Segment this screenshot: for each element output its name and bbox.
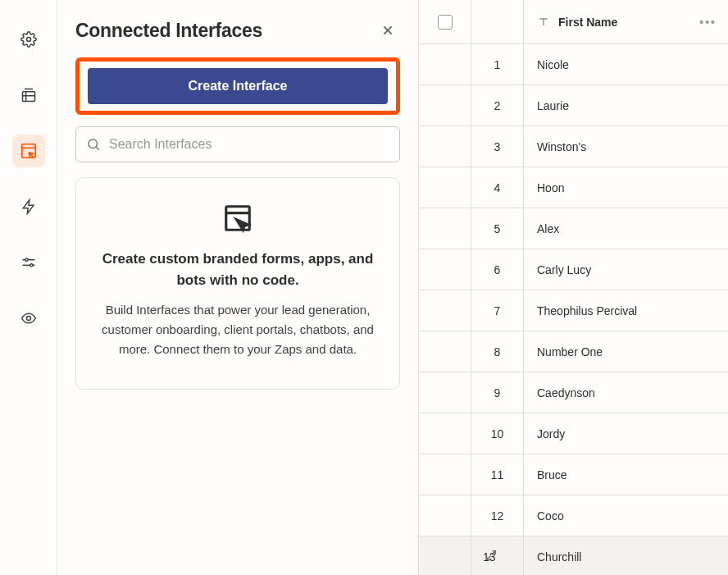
row-number: 10 [471, 413, 524, 454]
cell-first-name[interactable]: Churchill [524, 536, 728, 575]
cell-value: Number One [537, 345, 603, 358]
cell-value: Alex [537, 222, 559, 235]
row-number-header [471, 0, 524, 43]
text-type-icon [537, 16, 550, 29]
table-row[interactable]: 7Theophilus Percival [419, 290, 728, 331]
cell-first-name[interactable]: Jordy [524, 413, 728, 454]
row-number: 8 [471, 331, 524, 372]
sliders-icon [20, 254, 37, 271]
panel-header: Connected Interfaces [75, 18, 400, 43]
select-all-cell[interactable] [419, 0, 471, 43]
table-row[interactable]: 2Laurie [419, 85, 728, 126]
cell-value: Jordy [537, 427, 565, 440]
select-all-checkbox[interactable] [438, 15, 453, 30]
cell-first-name[interactable]: Number One [524, 331, 728, 372]
search-interfaces[interactable] [75, 126, 400, 162]
table-row[interactable]: 12Coco [419, 495, 728, 536]
row-gutter [419, 167, 471, 208]
table-row[interactable]: 11Bruce [419, 454, 728, 495]
svg-point-10 [89, 139, 98, 148]
row-gutter [419, 290, 471, 331]
table-row[interactable]: 10Jordy [419, 413, 728, 454]
svg-point-6 [30, 264, 32, 267]
table-row[interactable]: 9Caedynson [419, 372, 728, 413]
info-body: Build Interfaces that power your lead ge… [99, 300, 376, 359]
bolt-icon [20, 199, 37, 215]
left-rail [0, 0, 57, 575]
create-interface-button[interactable]: Create Interface [88, 68, 388, 104]
cell-value: Theophilus Percival [537, 304, 637, 317]
interfaces-icon [20, 142, 38, 160]
row-number: 3 [471, 126, 524, 167]
rail-interfaces[interactable] [12, 135, 45, 167]
cell-first-name[interactable]: Nicole [524, 44, 728, 84]
cell-value: Coco [537, 509, 564, 523]
cell-value: Churchill [537, 550, 581, 564]
eye-icon [20, 310, 37, 326]
svg-line-11 [96, 147, 99, 150]
cell-first-name[interactable]: Hoon [524, 167, 728, 208]
row-number: 11 [471, 454, 524, 495]
table-row[interactable]: 8Number One [419, 331, 728, 372]
row-gutter [419, 126, 471, 167]
rail-filters[interactable] [12, 246, 45, 279]
tables-icon [20, 87, 37, 103]
row-number: 6 [471, 249, 524, 290]
cell-first-name[interactable]: Alex [524, 208, 728, 249]
row-gutter [419, 85, 471, 125]
cell-value: Nicole [537, 58, 569, 71]
cell-first-name[interactable]: Winston's [524, 126, 728, 167]
cell-first-name[interactable]: Theophilus Percival [524, 290, 728, 331]
rail-settings[interactable] [12, 23, 45, 56]
rail-tables[interactable] [12, 79, 45, 112]
close-icon [381, 24, 394, 37]
cell-value: Bruce [537, 468, 567, 481]
row-gutter [419, 454, 471, 495]
row-gutter [419, 331, 471, 372]
row-gutter [419, 208, 471, 249]
cell-value: Hoon [537, 181, 564, 194]
table-row[interactable]: 6Carly Lucy [419, 249, 728, 290]
interfaces-hero-icon [99, 203, 376, 234]
search-icon [86, 137, 101, 152]
table-row[interactable]: 4Hoon [419, 167, 728, 208]
table-row[interactable]: 3Winston's [419, 126, 728, 167]
svg-point-5 [25, 258, 27, 261]
cell-first-name[interactable]: Bruce [524, 454, 728, 495]
column-header-first-name[interactable]: First Name ••• [524, 0, 728, 43]
rail-automations[interactable] [12, 190, 45, 223]
data-table: First Name ••• 1Nicole2Laurie3Winston's4… [418, 0, 728, 575]
close-button[interactable] [375, 18, 400, 43]
create-highlight-box: Create Interface [75, 57, 400, 115]
cell-first-name[interactable]: Caedynson [524, 372, 728, 413]
table-row[interactable]: 1Nicole [419, 44, 728, 85]
table-body: 1Nicole2Laurie3Winston's4Hoon5Alex6Carly… [419, 44, 728, 575]
svg-point-0 [26, 38, 30, 42]
row-gutter [419, 495, 471, 536]
cell-value: Laurie [537, 99, 569, 112]
row-number: 4 [471, 167, 524, 208]
column-menu-button[interactable]: ••• [699, 16, 717, 29]
table-row[interactable]: 13Churchill [419, 536, 728, 575]
row-gutter [419, 413, 471, 454]
row-number: 12 [471, 495, 524, 536]
row-number: 5 [471, 208, 524, 249]
row-number: 7 [471, 290, 524, 331]
row-number: 2 [471, 85, 524, 125]
cell-first-name[interactable]: Carly Lucy [524, 249, 728, 290]
row-gutter [419, 536, 471, 575]
panel-title: Connected Interfaces [75, 20, 262, 42]
cell-value: Carly Lucy [537, 263, 591, 276]
cell-first-name[interactable]: Laurie [524, 85, 728, 125]
row-number: 1 [471, 44, 524, 84]
row-number: 13 [471, 536, 524, 575]
table-row[interactable]: 5Alex [419, 208, 728, 249]
search-input[interactable] [109, 137, 389, 152]
info-heading: Create custom branded forms, apps, and b… [99, 249, 376, 290]
rail-views[interactable] [12, 302, 45, 335]
interfaces-panel: Connected Interfaces Create Interface Cr… [57, 0, 418, 575]
row-gutter [419, 44, 471, 84]
row-number: 9 [471, 372, 524, 413]
cell-first-name[interactable]: Coco [524, 495, 728, 536]
expand-record-icon[interactable] [485, 549, 498, 564]
